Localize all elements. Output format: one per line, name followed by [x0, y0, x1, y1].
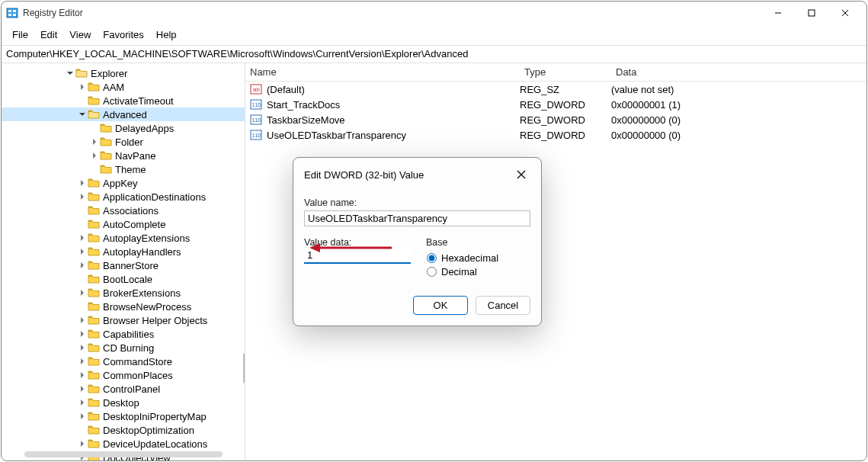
- tree-node-delayedapps[interactable]: DelayedApps: [2, 121, 245, 135]
- menu-view[interactable]: View: [63, 26, 97, 43]
- tree-caret-icon[interactable]: [66, 67, 75, 79]
- tree-node-activatetimeout[interactable]: ActivateTimeout: [2, 94, 245, 107]
- svg-text:ab: ab: [253, 86, 260, 93]
- svg-rect-4: [13, 14, 16, 16]
- tree-caret-icon[interactable]: [78, 438, 87, 450]
- tree-node-controlpanel[interactable]: ControlPanel: [2, 382, 245, 396]
- value-type: REG_DWORD: [520, 99, 611, 111]
- svg-text:110: 110: [252, 117, 261, 123]
- radio-decimal-label: Decimal: [441, 266, 477, 278]
- tree-node-label: CommonPlaces: [103, 370, 173, 381]
- tree-node-desktopinipropertymap[interactable]: DesktopIniPropertyMap: [2, 409, 245, 423]
- tree-node-bannerstore[interactable]: BannerStore: [2, 258, 245, 272]
- tree-node-navpane[interactable]: NavPane: [2, 149, 245, 162]
- tree-caret-icon[interactable]: [78, 342, 87, 354]
- radio-decimal[interactable]: Decimal: [427, 266, 530, 278]
- tree-caret-icon[interactable]: [78, 396, 87, 409]
- tree-node-label: Capabilities: [103, 329, 154, 340]
- tree-node-desktopoptimization[interactable]: DesktopOptimization: [2, 423, 245, 437]
- edit-dword-dialog: Edit DWORD (32-bit) Value Value name: Va…: [293, 157, 542, 326]
- menu-favorites[interactable]: Favorites: [97, 26, 149, 43]
- value-row[interactable]: ab(Default) REG_SZ (value not set): [245, 82, 866, 97]
- value-name-input[interactable]: [304, 210, 530, 226]
- tree-node-commandstore[interactable]: CommandStore: [2, 355, 245, 368]
- tree-node-capabilities[interactable]: Capabilities: [2, 327, 245, 341]
- menu-file[interactable]: File: [6, 26, 34, 43]
- cancel-button[interactable]: Cancel: [476, 296, 530, 315]
- tree-node-folder[interactable]: Folder: [2, 135, 245, 149]
- tree-node-bootlocale[interactable]: BootLocale: [2, 272, 245, 286]
- tree-caret-icon[interactable]: [90, 136, 99, 148]
- folder-icon: [88, 274, 100, 284]
- folder-icon: [88, 411, 100, 422]
- address-bar[interactable]: Computer\HKEY_LOCAL_MACHINE\SOFTWARE\Mic…: [2, 45, 866, 63]
- svg-text:110: 110: [252, 102, 261, 107]
- tree-panel[interactable]: Explorer AAM ActivateTimeout Advanced De…: [2, 63, 245, 460]
- column-type[interactable]: Type: [520, 63, 611, 81]
- svg-text:110: 110: [252, 133, 261, 138]
- app-title: Registry Editor: [23, 8, 83, 18]
- column-data[interactable]: Data: [611, 63, 866, 81]
- radio-decimal-input[interactable]: [427, 267, 437, 277]
- folder-icon: [88, 260, 100, 271]
- maximize-button[interactable]: [795, 2, 828, 24]
- tree-node-commonplaces[interactable]: CommonPlaces: [2, 368, 245, 382]
- tree-node-deviceupdatelocations[interactable]: DeviceUpdateLocations: [2, 437, 245, 451]
- list-header[interactable]: Name Type Data: [245, 63, 866, 82]
- tree-caret-icon[interactable]: [78, 245, 87, 258]
- folder-icon: [88, 438, 100, 449]
- tree-caret-icon[interactable]: [78, 108, 87, 120]
- value-name-label: Value name:: [304, 197, 530, 208]
- dialog-close-button[interactable]: [511, 165, 532, 184]
- radio-hexadecimal[interactable]: Hexadecimal: [427, 252, 530, 264]
- tree-caret-icon[interactable]: [78, 328, 87, 340]
- menu-help[interactable]: Help: [150, 26, 183, 43]
- value-data-input[interactable]: [304, 248, 411, 264]
- tree-node-label: DeviceUpdateLocations: [103, 438, 207, 450]
- tree-caret-icon[interactable]: [78, 410, 87, 422]
- folder-icon: [100, 123, 112, 133]
- base-group-label: Base: [426, 237, 530, 248]
- tree-node-browsenewprocess[interactable]: BrowseNewProcess: [2, 300, 245, 313]
- tree-node-theme[interactable]: Theme: [2, 162, 245, 176]
- tree-caret-icon[interactable]: [78, 355, 87, 367]
- tree-node-advanced[interactable]: Advanced: [2, 107, 245, 121]
- tree-caret-icon[interactable]: [78, 259, 87, 271]
- tree-node-desktop[interactable]: Desktop: [2, 396, 245, 409]
- tree-node-autoplayhandlers[interactable]: AutoplayHandlers: [2, 245, 245, 258]
- tree-node-brokerextensions[interactable]: BrokerExtensions: [2, 286, 245, 300]
- radio-hexadecimal-input[interactable]: [427, 253, 437, 263]
- tree-node-applicationdestinations[interactable]: ApplicationDestinations: [2, 190, 245, 204]
- close-button[interactable]: [828, 2, 862, 24]
- value-row[interactable]: 110TaskbarSizeMove REG_DWORD 0x00000000 …: [245, 112, 866, 127]
- tree-caret-icon[interactable]: [78, 314, 87, 326]
- tree-caret-icon[interactable]: [78, 383, 87, 395]
- horizontal-scrollbar[interactable]: [24, 451, 223, 457]
- tree-caret-icon[interactable]: [78, 81, 87, 93]
- tree-node-explorer[interactable]: Explorer: [2, 66, 245, 80]
- tree-caret-icon[interactable]: [78, 177, 87, 189]
- tree-caret-icon[interactable]: [78, 287, 87, 299]
- tree-node-autocomplete[interactable]: AutoComplete: [2, 217, 245, 231]
- tree-node-cd-burning[interactable]: CD Burning: [2, 341, 245, 355]
- value-row[interactable]: 110Start_TrackDocs REG_DWORD 0x00000001 …: [245, 97, 866, 112]
- tree-caret-icon[interactable]: [78, 191, 87, 203]
- folder-icon: [88, 342, 100, 353]
- menu-edit[interactable]: Edit: [34, 26, 63, 43]
- tree-node-label: AppKey: [103, 178, 138, 189]
- tree-node-appkey[interactable]: AppKey: [2, 176, 245, 190]
- tree-node-associations[interactable]: Associations: [2, 204, 245, 217]
- folder-icon: [100, 150, 112, 161]
- column-name[interactable]: Name: [245, 63, 520, 81]
- ok-button[interactable]: OK: [413, 296, 468, 315]
- tree-caret-icon[interactable]: [78, 232, 87, 244]
- tree-caret-icon[interactable]: [78, 369, 87, 381]
- minimize-button[interactable]: [761, 2, 795, 24]
- value-row[interactable]: 110UseOLEDTaskbarTransparency REG_DWORD …: [245, 127, 866, 143]
- tree-node-label: BannerStore: [103, 260, 159, 271]
- tree-caret-icon[interactable]: [90, 149, 99, 162]
- value-data: 0x00000000 (0): [611, 130, 866, 141]
- tree-node-browser-helper-objects[interactable]: Browser Helper Objects: [2, 313, 245, 327]
- tree-node-autoplayextensions[interactable]: AutoplayExtensions: [2, 231, 245, 245]
- tree-node-aam[interactable]: AAM: [2, 80, 245, 94]
